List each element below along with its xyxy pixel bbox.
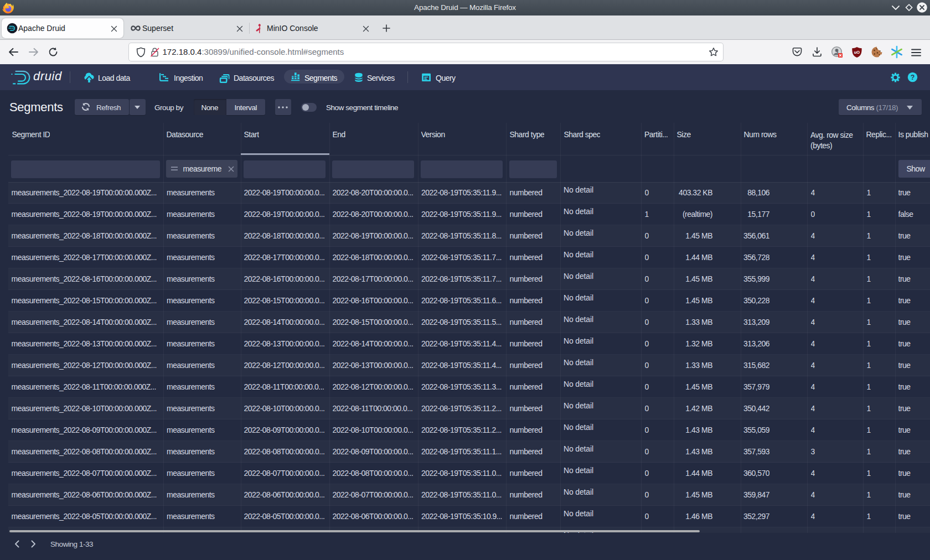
svg-text:uO: uO bbox=[854, 50, 860, 55]
svg-text:?: ? bbox=[911, 74, 915, 81]
